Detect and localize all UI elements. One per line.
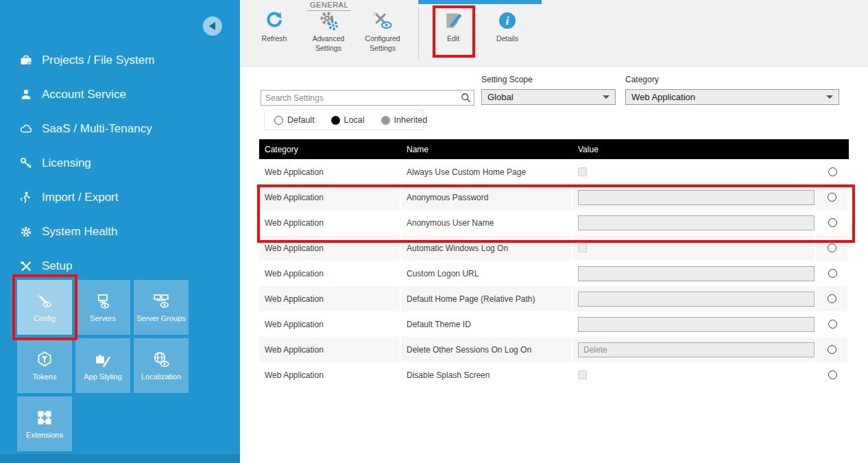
sidebar-item-projects-file-system[interactable]: Projects / File System <box>0 43 240 78</box>
tile-label: Extensions <box>26 431 63 440</box>
row-select-radio[interactable] <box>828 294 836 303</box>
refresh-icon <box>264 10 285 32</box>
category-value: Web Application <box>631 92 695 102</box>
table-row[interactable]: Web Application Anonymous Password <box>259 185 849 210</box>
table-row[interactable]: Web Application Default Home Page (Relat… <box>259 286 849 311</box>
advanced-settings-button[interactable]: Advanced Settings <box>303 10 354 53</box>
key-icon <box>19 156 33 170</box>
cell-name: Always Use Custom Home Page <box>401 159 572 185</box>
value-input[interactable] <box>578 215 815 230</box>
value-input[interactable] <box>578 266 815 281</box>
value-input[interactable]: Delete <box>578 342 815 357</box>
servers-icon <box>91 292 114 310</box>
tile-servers[interactable]: Servers <box>75 280 130 335</box>
tile-server-groups[interactable]: Server Groups <box>134 280 189 335</box>
row-select-radio[interactable] <box>828 345 836 354</box>
setting-scope-dropdown[interactable]: Global <box>481 89 616 105</box>
cloud-icon <box>19 122 33 136</box>
ribbon-button-label: Refresh <box>262 34 287 44</box>
value-input[interactable] <box>578 292 815 307</box>
sidebar: Projects / File System Account Service S… <box>0 0 240 463</box>
row-select-radio[interactable] <box>828 244 836 252</box>
cell-select <box>816 159 849 185</box>
value-input[interactable] <box>578 190 815 205</box>
setup-tiles: Config Servers Server Groups Tokens App … <box>17 280 195 451</box>
cell-value <box>572 210 816 235</box>
table-row[interactable]: Web Application Always Use Custom Home P… <box>259 159 849 185</box>
sidebar-item-account-service[interactable]: Account Service <box>0 78 240 112</box>
row-select-radio[interactable] <box>828 167 837 176</box>
cell-category: Web Application <box>259 235 401 261</box>
server-groups-icon <box>149 292 173 310</box>
cell-value: Delete <box>572 337 816 362</box>
sidebar-item-label: Import / Export <box>42 191 118 204</box>
sidebar-item-label: Setup <box>42 259 72 273</box>
tile-config[interactable]: Config <box>17 280 72 335</box>
row-select-radio[interactable] <box>828 320 837 329</box>
chevron-down-icon <box>603 95 610 99</box>
configured-settings-button[interactable]: Configured Settings <box>357 10 408 53</box>
cell-value <box>572 159 816 185</box>
cell-select <box>816 362 849 388</box>
active-tab-indicator <box>418 0 542 4</box>
cell-category: Web Application <box>259 337 401 362</box>
tile-label: App Styling <box>84 372 122 381</box>
tile-app-styling[interactable]: App Styling <box>75 338 130 393</box>
cell-value <box>572 362 816 388</box>
tile-tokens[interactable]: Tokens <box>17 338 72 393</box>
sidebar-item-import-export[interactable]: Import / Export <box>0 180 240 215</box>
value-checkbox[interactable] <box>578 167 587 176</box>
value-input[interactable] <box>578 317 815 332</box>
details-button[interactable]: i Details <box>482 10 533 44</box>
cell-select <box>816 185 849 210</box>
cell-name: Anonymous Password <box>401 185 572 210</box>
sidebar-item-label: Account Service <box>42 88 126 102</box>
sidebar-item-setup[interactable]: Setup <box>0 249 240 283</box>
search-settings-input[interactable] <box>261 93 460 103</box>
tokens-icon <box>33 351 56 368</box>
edit-icon <box>443 10 463 32</box>
sidebar-item-label: System Health <box>42 225 118 239</box>
cell-category: Web Application <box>259 311 401 337</box>
tile-extensions[interactable]: Extensions <box>17 396 72 451</box>
sidebar-item-licensing[interactable]: Licensing <box>0 146 240 180</box>
app-styling-icon <box>91 351 114 368</box>
row-select-radio[interactable] <box>828 218 837 227</box>
table-row[interactable]: Web Application Custom Logon URL <box>259 261 849 286</box>
cell-value <box>572 286 816 311</box>
cell-select <box>816 210 849 235</box>
table-row[interactable]: Web Application Delete Other Sessions On… <box>259 337 849 362</box>
table-row[interactable]: Web Application Anonymous User Name <box>259 210 849 235</box>
row-select-radio[interactable] <box>828 370 837 379</box>
column-header-category: Category <box>259 145 401 154</box>
refresh-button[interactable]: Refresh <box>249 10 300 44</box>
sidebar-item-system-health[interactable]: System Health <box>0 215 240 249</box>
ribbon-button-label: Details <box>496 34 518 44</box>
tile-label: Config <box>34 314 56 323</box>
import-export-icon <box>19 191 33 204</box>
value-checkbox[interactable] <box>578 244 587 252</box>
row-select-radio[interactable] <box>828 193 836 202</box>
cell-name: Default Home Page (Relative Path) <box>401 286 572 311</box>
category-dropdown[interactable]: Web Application <box>625 89 839 105</box>
table-row[interactable]: Web Application Default Theme ID <box>259 311 849 337</box>
search-icon[interactable] <box>460 92 474 104</box>
value-checkbox[interactable] <box>578 370 587 379</box>
tile-localization[interactable]: Localization <box>134 338 189 393</box>
row-select-radio[interactable] <box>828 269 837 278</box>
radio-local-circle <box>331 116 340 125</box>
sidebar-collapse-button[interactable] <box>203 16 222 36</box>
radio-local[interactable]: Local <box>331 115 365 125</box>
tile-label: Servers <box>90 314 116 323</box>
cell-name: Automatic Windows Log On <box>401 235 572 261</box>
ribbon-toolbar: GENERAL Refresh Advanced Settings Config… <box>240 0 868 67</box>
radio-default[interactable]: Default <box>274 115 315 125</box>
app-window: Projects / File System Account Service S… <box>0 0 868 463</box>
table-row[interactable]: Web Application Disable Splash Screen <box>259 362 849 388</box>
sidebar-item-saas-multi-tenancy[interactable]: SaaS / Multi-Tenancy <box>0 112 240 146</box>
config-icon <box>33 292 56 310</box>
cell-select <box>816 311 849 337</box>
radio-inherited[interactable]: Inherited <box>381 115 428 125</box>
edit-button[interactable]: Edit <box>428 10 479 44</box>
table-row[interactable]: Web Application Automatic Windows Log On <box>259 235 849 261</box>
